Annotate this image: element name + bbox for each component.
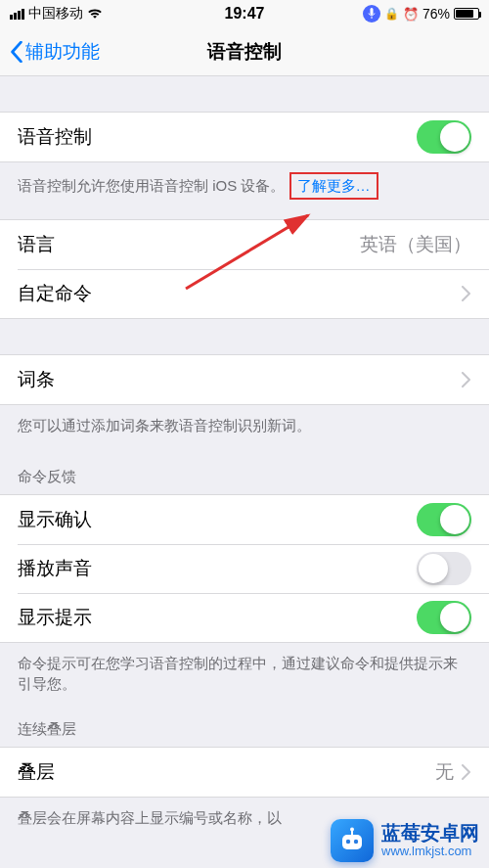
play-sound-toggle[interactable]	[417, 552, 471, 585]
row-show-hints[interactable]: 显示提示	[0, 593, 489, 642]
feedback-footer: 命令提示可在您学习语音控制的过程中，通过建议命令和提供提示来引导您。	[0, 643, 489, 706]
voice-control-label: 语音控制	[18, 124, 92, 150]
group-overlay: 叠层 无	[0, 747, 489, 798]
watermark: 蓝莓安卓网 www.lmkjst.com	[331, 819, 479, 862]
chevron-right-icon	[462, 372, 471, 388]
mic-indicator-icon	[363, 5, 380, 23]
back-label: 辅助功能	[25, 39, 100, 65]
chevron-right-icon	[462, 764, 471, 780]
nav-bar: 辅助功能 语音控制	[0, 27, 489, 76]
feedback-header: 命令反馈	[0, 446, 489, 494]
group-feedback: 显示确认 播放声音 显示提示	[0, 494, 489, 643]
alarm-icon: ⏰	[403, 7, 419, 22]
group-voice-control: 语音控制	[0, 112, 489, 162]
language-value: 英语（美国）	[360, 232, 471, 257]
chevron-left-icon	[10, 41, 23, 63]
back-button[interactable]: 辅助功能	[10, 39, 100, 65]
vocabulary-label: 词条	[18, 367, 55, 392]
show-confirm-toggle[interactable]	[417, 503, 471, 536]
voice-control-footer-text: 语音控制允许您使用语音控制 iOS 设备。	[18, 177, 285, 194]
watermark-url: www.lmkjst.com	[381, 845, 479, 859]
wifi-icon	[87, 8, 103, 20]
vocabulary-footer: 您可以通过添加词条来教语音控制识别新词。	[0, 405, 489, 446]
battery-icon	[454, 8, 479, 20]
svg-rect-3	[342, 835, 362, 849]
voice-control-footer: 语音控制允许您使用语音控制 iOS 设备。 了解更多…	[0, 162, 489, 209]
row-voice-control-switch[interactable]: 语音控制	[0, 113, 489, 161]
overlay-value: 无	[435, 759, 454, 785]
watermark-name: 蓝莓安卓网	[381, 822, 479, 845]
svg-rect-0	[370, 8, 373, 15]
learn-more-link[interactable]: 了解更多…	[297, 177, 371, 194]
custom-commands-label: 自定命令	[18, 281, 92, 306]
signal-icon	[10, 9, 24, 20]
row-custom-commands[interactable]: 自定命令	[0, 269, 489, 318]
row-overlay[interactable]: 叠层 无	[0, 748, 489, 797]
row-language[interactable]: 语言 英语（美国）	[0, 220, 489, 269]
svg-point-7	[350, 828, 354, 832]
carrier-label: 中国移动	[28, 5, 83, 23]
show-confirm-label: 显示确认	[18, 507, 92, 532]
group-vocabulary: 词条	[0, 354, 489, 405]
play-sound-label: 播放声音	[18, 556, 92, 581]
row-show-confirm[interactable]: 显示确认	[0, 495, 489, 544]
show-hints-toggle[interactable]	[417, 601, 471, 634]
svg-point-5	[354, 840, 358, 844]
status-bar: 中国移动 19:47 🔒 ⏰ 76%	[0, 0, 489, 27]
overlay-header: 连续叠层	[0, 705, 489, 747]
show-hints-label: 显示提示	[18, 605, 92, 630]
chevron-right-icon	[462, 286, 471, 301]
voice-control-toggle[interactable]	[417, 120, 471, 154]
svg-point-4	[346, 840, 350, 844]
watermark-robot-icon	[331, 819, 374, 862]
battery-pct-label: 76%	[422, 6, 450, 22]
row-vocabulary[interactable]: 词条	[0, 355, 489, 404]
row-play-sound[interactable]: 播放声音	[0, 544, 489, 593]
overlay-label: 叠层	[18, 759, 55, 785]
group-language: 语言 英语（美国） 自定命令	[0, 219, 489, 319]
language-label: 语言	[18, 232, 55, 257]
orientation-lock-icon: 🔒	[384, 7, 399, 21]
